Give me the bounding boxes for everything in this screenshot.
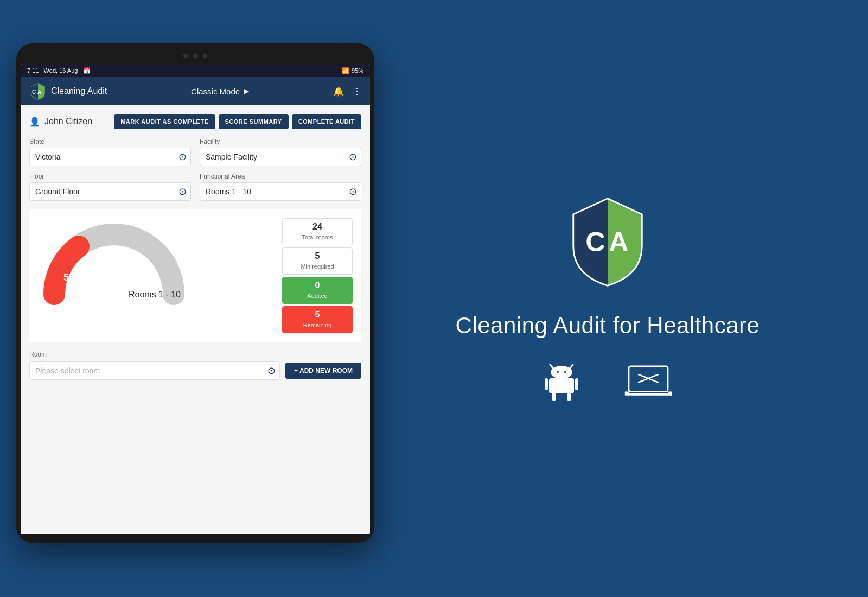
signal-icon: 📶 xyxy=(342,67,349,74)
camera-dot-1 xyxy=(183,54,188,58)
audited-value: 0 xyxy=(288,281,347,290)
tablet-screen: 7:11 Wed, 16 Aug 📅 📶 95% xyxy=(21,64,370,534)
floor-select[interactable]: Ground Floor xyxy=(29,182,191,201)
state-facility-row: State Victoria Facility Sample Facility xyxy=(29,138,361,166)
remaining-value: 5 xyxy=(288,310,347,320)
svg-rect-7 xyxy=(549,378,574,393)
gauge-container: 5 Rooms 1 - 10 xyxy=(38,218,271,305)
facility-select[interactable]: Sample Facility xyxy=(200,148,361,166)
app-title: Cleaning Audit for Healthcare xyxy=(456,313,760,339)
notification-icon[interactable]: 🔔 xyxy=(333,86,344,97)
remaining-label: Remaining xyxy=(303,322,332,328)
min-required-label: Min required xyxy=(301,263,334,270)
state-select[interactable]: Victoria xyxy=(29,148,191,166)
svg-text:C: C xyxy=(585,226,605,257)
android-icon xyxy=(542,360,580,404)
total-rooms-label: Total rooms xyxy=(302,234,333,240)
min-required-value: 5 xyxy=(288,251,347,261)
room-select-wrapper[interactable]: Please select room xyxy=(29,361,280,380)
tablet-container: 7:11 Wed, 16 Aug 📅 📶 95% xyxy=(16,43,380,554)
status-time-date: 7:11 Wed, 16 Aug 📅 xyxy=(27,67,91,74)
total-rooms-stat: 24 Total rooms xyxy=(282,218,353,245)
floor-group: Floor Ground Floor xyxy=(29,173,191,201)
user-row: 👤 John Citizen MARK AUDIT AS COMPLETE SC… xyxy=(29,114,361,129)
svg-rect-8 xyxy=(545,378,548,390)
app-name: Cleaning Audit xyxy=(51,86,107,96)
svg-rect-10 xyxy=(552,392,556,401)
mark-audit-button[interactable]: MARK AUDIT AS COMPLETE xyxy=(114,114,215,129)
functional-area-group: Functional Area Rooms 1 - 10 xyxy=(200,173,361,201)
room-row: Please select room + ADD NEW ROOM xyxy=(29,361,361,380)
shield-logo: C A xyxy=(564,193,651,291)
functional-area-select-wrapper[interactable]: Rooms 1 - 10 xyxy=(200,182,361,201)
svg-point-5 xyxy=(557,371,559,373)
min-required-stat: 5 Min required xyxy=(282,247,353,275)
svg-text:A: A xyxy=(609,226,629,257)
svg-rect-9 xyxy=(575,378,578,390)
laptop-icon xyxy=(624,363,673,401)
app-logo-small: C A xyxy=(29,82,47,100)
action-buttons: MARK AUDIT AS COMPLETE SCORE SUMMARY COM… xyxy=(114,114,361,129)
app-content: 👤 John Citizen MARK AUDIT AS COMPLETE SC… xyxy=(21,105,370,534)
state-group: State Victoria xyxy=(29,138,191,166)
user-info: 👤 John Citizen xyxy=(29,117,92,127)
header-mode: Classic Mode ▶ xyxy=(191,87,249,96)
svg-text:C: C xyxy=(32,89,36,95)
complete-audit-button[interactable]: COMPLETE AUDIT xyxy=(292,114,361,129)
status-icons: 📶 95% xyxy=(342,67,363,74)
functional-area-label: Functional Area xyxy=(200,173,361,180)
platform-icons xyxy=(542,360,673,404)
tablet-device: 7:11 Wed, 16 Aug 📅 📶 95% xyxy=(16,43,374,543)
audited-label: Audited xyxy=(307,293,327,299)
svg-text:A: A xyxy=(37,89,41,95)
total-rooms-value: 24 xyxy=(288,222,347,232)
state-label: State xyxy=(29,138,191,145)
tablet-top-bar xyxy=(21,48,370,64)
more-options-icon[interactable]: ⋮ xyxy=(353,86,361,97)
remaining-stat: 5 Remaining xyxy=(282,306,353,333)
right-panel: C A Cleaning Audit for Healthcare xyxy=(347,0,868,597)
svg-point-6 xyxy=(564,371,566,373)
facility-select-wrapper[interactable]: Sample Facility xyxy=(200,148,361,166)
camera-dot-3 xyxy=(203,54,207,58)
camera-dot-2 xyxy=(193,54,197,58)
status-time: 7:11 xyxy=(27,67,39,74)
user-icon: 👤 xyxy=(29,117,40,127)
svg-rect-11 xyxy=(567,392,571,401)
user-name: John Citizen xyxy=(44,117,92,126)
facility-group: Facility Sample Facility xyxy=(200,138,361,166)
facility-label: Facility xyxy=(200,138,361,145)
room-select[interactable]: Please select room xyxy=(29,361,280,380)
audited-stat: 0 Audited xyxy=(282,277,353,304)
svg-point-4 xyxy=(551,366,572,379)
status-date: Wed, 16 Aug xyxy=(44,67,78,74)
mode-label: Classic Mode xyxy=(191,87,240,96)
header-left: C A Cleaning Audit xyxy=(29,82,107,100)
app-header: C A Cleaning Audit Classic Mode ▶ 🔔 ⋮ xyxy=(21,77,370,105)
floor-label: Floor xyxy=(29,173,191,180)
room-label: Room xyxy=(29,351,361,358)
mode-icon: ▶ xyxy=(244,87,249,95)
floor-area-row: Floor Ground Floor Functional Area Rooms… xyxy=(29,173,361,201)
stats-panel: 24 Total rooms 5 Min required 0 Audited xyxy=(282,218,353,333)
header-actions[interactable]: 🔔 ⋮ xyxy=(333,86,361,97)
floor-select-wrapper[interactable]: Ground Floor xyxy=(29,182,191,201)
state-select-wrapper[interactable]: Victoria xyxy=(29,148,191,166)
battery-icon: 95% xyxy=(352,67,363,74)
score-summary-button[interactable]: SCORE SUMMARY xyxy=(219,114,289,129)
room-section: Room Please select room + ADD NEW ROOM xyxy=(29,351,361,380)
gauge-section: 5 Rooms 1 - 10 24 Total rooms 5 Min requ… xyxy=(29,209,361,342)
gauge-label: Rooms 1 - 10 xyxy=(129,290,181,300)
status-bar: 7:11 Wed, 16 Aug 📅 📶 95% xyxy=(21,64,370,77)
functional-area-select[interactable]: Rooms 1 - 10 xyxy=(200,182,361,201)
add-room-button[interactable]: + ADD NEW ROOM xyxy=(285,363,361,379)
svg-text:5: 5 xyxy=(63,272,69,283)
